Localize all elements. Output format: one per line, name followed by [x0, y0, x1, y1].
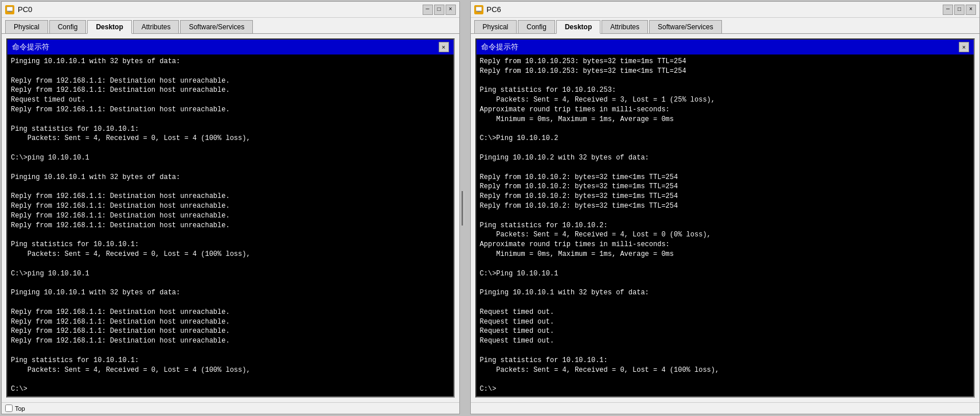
- pc0-top-label: Top: [15, 405, 25, 412]
- pc0-title-controls: ─ □ ×: [423, 5, 456, 15]
- pc6-cmd-titlebar: 命令提示符 ×: [477, 40, 974, 55]
- pc0-maximize-btn[interactable]: □: [434, 5, 444, 15]
- svg-rect-3: [476, 7, 482, 11]
- pc0-tab-attributes[interactable]: Attributes: [133, 20, 179, 33]
- svg-rect-2: [7, 11, 12, 12]
- pc6-bottom-bar: [471, 402, 979, 414]
- pc0-top-check[interactable]: [5, 405, 13, 412]
- pc6-window: PC6 ─ □ × Physical Config Desktop Attrib…: [470, 1, 980, 414]
- pc0-cmd-content[interactable]: Pinging 10.10.10.1 with 32 bytes of data…: [7, 55, 454, 396]
- pc6-close-btn[interactable]: ×: [966, 5, 976, 15]
- svg-rect-5: [477, 11, 481, 12]
- pc0-tab-physical[interactable]: Physical: [5, 20, 48, 33]
- pc6-cmd-title-text: 命令提示符: [481, 42, 518, 52]
- pc0-cmd-panel: 命令提示符 × Pinging 10.10.10.1 with 32 bytes…: [6, 38, 455, 398]
- pc0-title-text: PC0: [18, 5, 32, 14]
- pc6-title-controls: ─ □ ×: [943, 5, 976, 15]
- pc0-tab-desktop[interactable]: Desktop: [87, 20, 131, 34]
- pc6-minimize-btn[interactable]: ─: [943, 5, 953, 15]
- pc0-title-bar: PC0 ─ □ ×: [2, 2, 459, 18]
- pc6-tab-software[interactable]: Software/Services: [649, 20, 722, 33]
- pc6-title-bar: PC6 ─ □ ×: [471, 2, 979, 18]
- pc6-title-left: PC6: [474, 5, 501, 14]
- pc6-tab-physical[interactable]: Physical: [474, 20, 517, 33]
- pc0-window: PC0 ─ □ × Physical Config Desktop Attrib…: [1, 1, 460, 414]
- pc0-cmd-close-btn[interactable]: ×: [439, 42, 449, 52]
- pc6-cmd-close-btn[interactable]: ×: [959, 42, 969, 52]
- pc0-close-btn[interactable]: ×: [446, 5, 456, 15]
- pc0-cmd-titlebar: 命令提示符 ×: [7, 40, 454, 55]
- pc0-minimize-btn[interactable]: ─: [423, 5, 433, 15]
- svg-rect-0: [7, 7, 13, 11]
- pc6-cmd-panel: 命令提示符 × Reply from 10.10.10.253: bytes=3…: [475, 38, 975, 398]
- pc0-bottom-bar: Top: [2, 402, 459, 414]
- pc6-title-text: PC6: [487, 5, 501, 14]
- pc0-tab-config[interactable]: Config: [49, 20, 87, 33]
- pc0-title-left: PC0: [5, 5, 32, 14]
- pc0-tab-software[interactable]: Software/Services: [180, 20, 253, 33]
- pc6-cmd-content[interactable]: Reply from 10.10.10.253: bytes=32 time=1…: [477, 55, 974, 396]
- svg-rect-4: [478, 11, 480, 11]
- pc6-maximize-btn[interactable]: □: [954, 5, 965, 15]
- svg-rect-1: [9, 11, 11, 11]
- pc0-cmd-title-text: 命令提示符: [12, 42, 49, 52]
- pc6-tabs: Physical Config Desktop Attributes Softw…: [471, 18, 979, 34]
- pc0-top-checkbox[interactable]: Top: [5, 405, 25, 412]
- pc6-tab-config[interactable]: Config: [518, 20, 555, 33]
- pc6-tab-desktop[interactable]: Desktop: [556, 20, 600, 34]
- pc0-tabs: Physical Config Desktop Attributes Softw…: [2, 18, 459, 34]
- pc6-app-icon: [474, 5, 483, 14]
- pc6-tab-attributes[interactable]: Attributes: [602, 20, 648, 33]
- pc0-app-icon: [5, 5, 14, 14]
